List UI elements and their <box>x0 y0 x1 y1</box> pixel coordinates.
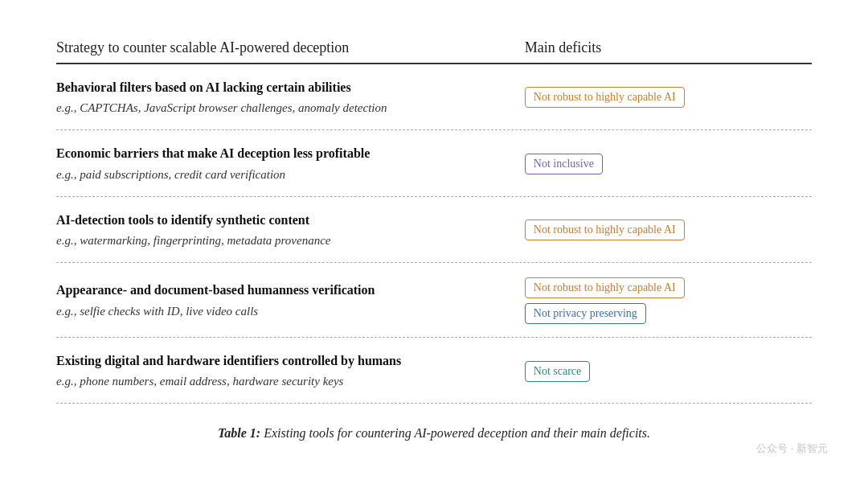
deficit-badge-3-1: Not robust to highly capable AI <box>525 219 685 240</box>
caption-text: Existing tools for countering AI-powered… <box>260 426 650 440</box>
strategy-example-3: e.g., watermarking, fingerprinting, meta… <box>56 232 509 249</box>
strategy-example-4: e.g., selfie checks with ID, live video … <box>56 303 509 320</box>
strategy-title-2: Economic barriers that make AI deception… <box>56 145 509 162</box>
row-deficits-2: Not inclusive <box>525 154 812 174</box>
row-strategy-4: Appearance- and document-based humanness… <box>56 281 525 319</box>
header-strategy: Strategy to counter scalable AI-powered … <box>56 39 525 56</box>
table-body: Behavioral filters based on AI lacking c… <box>56 64 812 404</box>
row-deficits-4: Not robust to highly capable AINot priva… <box>525 277 812 324</box>
header-deficits: Main deficits <box>525 39 812 56</box>
row-strategy-2: Economic barriers that make AI deception… <box>56 145 525 183</box>
strategy-title-3: AI-detection tools to identify synthetic… <box>56 211 509 229</box>
row-deficits-3: Not robust to highly capable AI <box>525 219 812 240</box>
row-strategy-5: Existing digital and hardware identifier… <box>56 352 525 390</box>
strategy-example-5: e.g., phone numbers, email address, hard… <box>56 373 509 390</box>
row-deficits-1: Not robust to highly capable AI <box>525 87 812 108</box>
table-row: Existing digital and hardware identifier… <box>56 338 812 404</box>
watermark-text: 公众号 · 新智元 <box>756 441 828 456</box>
table-caption: Table 1: Existing tools for countering A… <box>56 426 812 441</box>
deficit-badge-4-2: Not privacy preserving <box>525 303 646 324</box>
deficit-badge-4-1: Not robust to highly capable AI <box>525 277 685 298</box>
table-row: Appearance- and document-based humanness… <box>56 263 812 338</box>
deficit-badge-5-1: Not scarce <box>525 361 590 382</box>
row-strategy-1: Behavioral filters based on AI lacking c… <box>56 79 525 117</box>
deficit-badge-2-1: Not inclusive <box>525 154 603 174</box>
caption-label: Table 1: <box>218 426 260 440</box>
strategy-title-4: Appearance- and document-based humanness… <box>56 281 509 299</box>
table-row: Economic barriers that make AI deception… <box>56 130 812 196</box>
table-header: Strategy to counter scalable AI-powered … <box>56 39 812 64</box>
row-strategy-3: AI-detection tools to identify synthetic… <box>56 211 525 249</box>
strategy-title-5: Existing digital and hardware identifier… <box>56 352 509 370</box>
strategy-example-1: e.g., CAPTCHAs, JavaScript browser chall… <box>56 100 509 117</box>
table-row: AI-detection tools to identify synthetic… <box>56 197 812 263</box>
deficit-badge-1-1: Not robust to highly capable AI <box>525 87 685 108</box>
table-row: Behavioral filters based on AI lacking c… <box>56 64 812 130</box>
page: Strategy to counter scalable AI-powered … <box>0 0 868 480</box>
main-container: Strategy to counter scalable AI-powered … <box>40 15 828 466</box>
strategy-title-1: Behavioral filters based on AI lacking c… <box>56 79 509 96</box>
row-deficits-5: Not scarce <box>525 361 812 382</box>
strategy-example-2: e.g., paid subscriptions, credit card ve… <box>56 166 509 183</box>
